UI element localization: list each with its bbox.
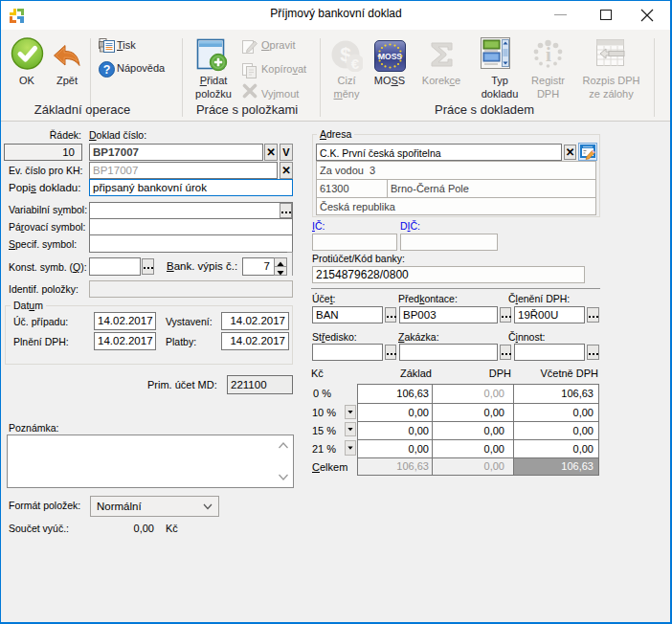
svg-text:MOSS: MOSS — [378, 52, 402, 61]
svg-text:?: ? — [103, 63, 111, 77]
svg-text:€: € — [351, 56, 360, 72]
svg-text:i: i — [546, 43, 551, 66]
